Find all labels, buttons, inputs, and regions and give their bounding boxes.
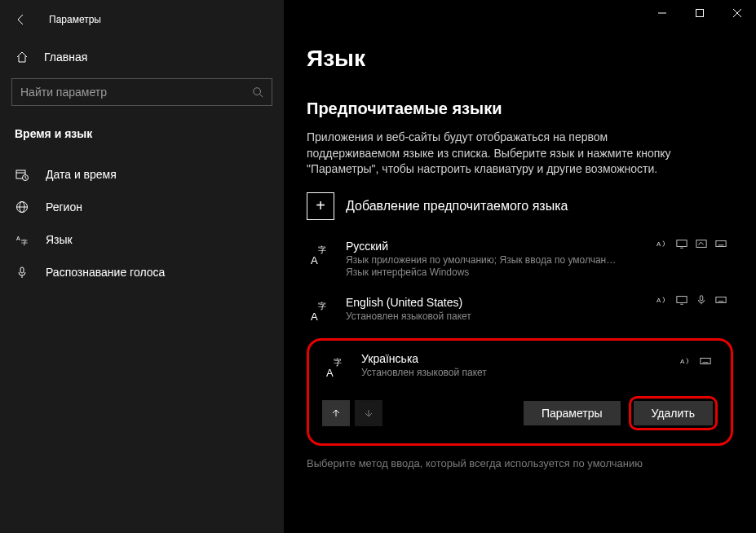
back-button[interactable]: [13, 11, 29, 28]
nav-label: Распознавание голоса: [46, 266, 165, 279]
delete-button[interactable]: Удалить: [634, 401, 713, 425]
delete-button-highlight: Удалить: [629, 396, 718, 430]
nav-label: Дата и время: [46, 168, 117, 181]
page-title: Язык: [307, 46, 733, 72]
settings-window: Параметры Главная Найти параметр Время и…: [0, 0, 756, 533]
svg-text:字: 字: [334, 358, 342, 367]
sidebar-home[interactable]: Главная: [11, 39, 272, 78]
language-subtitle: Установлен языковой пакет: [346, 311, 733, 324]
svg-text:字: 字: [318, 302, 326, 311]
svg-text:A: A: [311, 254, 318, 266]
keyboard-icon: [700, 355, 711, 367]
language-subtitle: Язык интерфейса Windows: [346, 266, 733, 280]
search-icon: [252, 86, 263, 98]
svg-text:A: A: [657, 297, 661, 304]
minimize-button[interactable]: [643, 0, 681, 26]
language-glyph-icon: 字A: [307, 297, 334, 325]
selected-language-panel: 字A Українська Установлен языковой пакет …: [307, 338, 733, 446]
move-up-button[interactable]: [322, 400, 350, 426]
svg-text:A: A: [680, 358, 685, 365]
sidebar-item-region[interactable]: Регион: [11, 191, 272, 223]
speech-icon: [696, 294, 707, 306]
svg-text:A: A: [16, 236, 20, 241]
add-language-button[interactable]: + Добавление предпочитаемого языка: [307, 192, 733, 220]
svg-rect-33: [677, 297, 687, 303]
language-glyph-icon: 字A: [307, 241, 334, 269]
svg-text:字: 字: [318, 245, 326, 254]
language-glyph-icon: 字A: [322, 354, 350, 381]
language-subtitle: Язык приложения по умолчанию; Язык ввода…: [346, 254, 733, 267]
text-to-speech-icon: A: [657, 238, 668, 249]
language-item-ukrainian[interactable]: 字A Українська Установлен языковой пакет …: [322, 352, 718, 396]
text-to-speech-icon: A: [680, 355, 692, 367]
svg-line-1: [260, 95, 263, 98]
handwriting-icon: [696, 238, 707, 249]
language-name: Українська: [361, 352, 718, 365]
svg-rect-35: [700, 296, 703, 301]
options-button[interactable]: Параметры: [524, 401, 621, 425]
language-icon: A字: [15, 233, 29, 246]
globe-icon: [15, 200, 29, 214]
svg-rect-21: [677, 240, 687, 246]
language-subtitle: Установлен языковой пакет: [361, 367, 718, 380]
svg-rect-23: [696, 240, 706, 247]
svg-text:A: A: [311, 311, 318, 323]
svg-rect-15: [696, 10, 704, 17]
sidebar-category: Время и язык: [11, 124, 272, 158]
nav-label: Язык: [46, 233, 73, 246]
search-input[interactable]: Найти параметр: [11, 78, 272, 106]
add-language-label: Добавление предпочитаемого языка: [346, 199, 568, 214]
footer-note[interactable]: Выберите метод ввода, который всегда исп…: [307, 457, 733, 469]
calendar-clock-icon: [15, 168, 29, 181]
svg-text:A: A: [657, 240, 661, 247]
microphone-icon: [15, 266, 29, 279]
svg-rect-12: [20, 267, 24, 273]
svg-rect-46: [701, 358, 710, 363]
svg-text:A: A: [326, 367, 334, 379]
language-item-russian[interactable]: 字A Русский Язык приложения по умолчанию;…: [307, 235, 733, 291]
text-to-speech-icon: A: [657, 294, 668, 306]
sidebar: Параметры Главная Найти параметр Время и…: [0, 0, 284, 533]
plus-icon: +: [307, 192, 334, 220]
sidebar-item-datetime[interactable]: Дата и время: [11, 158, 272, 191]
home-icon: [15, 51, 29, 64]
nav-label: Регион: [46, 200, 82, 214]
section-description: Приложения и веб-сайты будут отображатьс…: [307, 130, 698, 178]
language-item-english[interactable]: 字A English (United States) Установлен яз…: [307, 291, 733, 337]
display-icon: [676, 294, 687, 306]
sidebar-item-language[interactable]: A字 Язык: [11, 223, 272, 256]
display-icon: [676, 238, 687, 249]
sidebar-item-speech[interactable]: Распознавание голоса: [11, 256, 272, 289]
section-heading: Предпочитаемые языки: [307, 99, 733, 118]
search-placeholder: Найти параметр: [20, 86, 107, 99]
maximize-button[interactable]: [681, 0, 718, 26]
close-button[interactable]: [718, 0, 756, 26]
svg-text:字: 字: [21, 239, 28, 246]
app-title: Параметры: [49, 14, 101, 25]
keyboard-icon: [715, 238, 727, 249]
sidebar-home-label: Главная: [44, 51, 87, 64]
keyboard-icon: [715, 294, 727, 306]
svg-rect-37: [716, 297, 726, 302]
svg-rect-24: [716, 240, 726, 246]
svg-point-0: [254, 88, 261, 95]
move-down-button[interactable]: [355, 400, 382, 426]
main-content: Язык Предпочитаемые языки Приложения и в…: [284, 0, 756, 533]
